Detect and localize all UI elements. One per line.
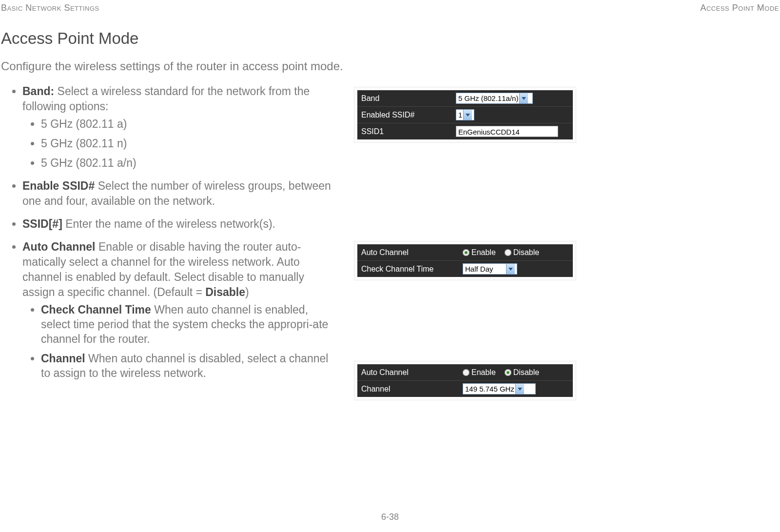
radio-enable-2[interactable]: Enable <box>463 248 496 257</box>
description-list: Band: Select a wireless standard for the… <box>12 84 333 389</box>
row-ssid1: SSID1 EnGeniusCCDD14 <box>357 123 573 139</box>
chevron-down-icon <box>463 110 472 120</box>
svg-marker-3 <box>518 388 522 391</box>
radio-enable-3-label: Enable <box>471 368 496 377</box>
label-enabled-ssid: Enabled SSID# <box>357 111 456 119</box>
radio-enable-3[interactable]: Enable <box>463 368 496 377</box>
radio-dot-icon <box>463 369 469 376</box>
bullet-check-channel-time: Check Channel Time When auto channel is … <box>41 303 333 347</box>
check-channel-time-value: Half Day <box>465 265 505 273</box>
label-channel: Channel <box>357 385 463 394</box>
bullet-ssid: SSID[#] Enter the name of the wireless n… <box>22 217 333 232</box>
svg-marker-0 <box>522 97 526 100</box>
settings-panel-3: Auto Channel Enable Disable Channel 149 … <box>354 361 576 400</box>
settings-panel-1: Band 5 GHz (802.11a/n) Enabled SSID# 1 <box>354 87 576 143</box>
bullet-enable-ssid: Enable SSID# Select the number of wirele… <box>22 178 333 209</box>
desc-ssid: Enter the name of the wireless network(s… <box>62 217 275 230</box>
band-option-2: 5 GHz (802.11 n) <box>41 137 333 151</box>
label-check-channel-time: Check Channel Time <box>357 265 463 274</box>
desc-auto-b: ) <box>245 286 249 298</box>
row-enabled-ssid: Enabled SSID# 1 <box>357 107 573 123</box>
header-left: Basic Network Settings <box>1 3 99 13</box>
term-channel: Channel <box>41 352 85 365</box>
chevron-down-icon <box>515 384 524 394</box>
channel-select[interactable]: 149 5.745 GHz <box>463 383 536 394</box>
term-check-channel: Check Channel Time <box>41 303 151 316</box>
radio-dot-icon <box>505 369 511 376</box>
label-auto-channel-2: Auto Channel <box>357 248 463 257</box>
term-band: Band: <box>22 85 54 98</box>
bullet-band: Band: Select a wireless standard for the… <box>22 84 333 171</box>
radio-enable-2-label: Enable <box>471 248 496 257</box>
page-title: Access Point Mode <box>1 29 138 48</box>
enabled-ssid-value: 1 <box>458 111 462 119</box>
row-check-channel-time: Check Channel Time Half Day <box>357 261 573 277</box>
radio-disable-3[interactable]: Disable <box>505 368 539 377</box>
term-auto-channel: Auto Channel <box>22 240 96 253</box>
radio-dot-icon <box>505 249 511 256</box>
row-band: Band 5 GHz (802.11a/n) <box>357 90 573 107</box>
radio-dot-icon <box>463 249 469 256</box>
term-ssid: SSID[#] <box>22 217 62 230</box>
svg-marker-2 <box>508 268 513 271</box>
svg-marker-1 <box>466 114 470 117</box>
term-enable-ssid: Enable SSID# <box>22 179 95 192</box>
desc-auto-default: Disable <box>205 286 245 298</box>
bullet-channel: Channel When auto channel is disabled, s… <box>41 352 333 381</box>
label-band: Band <box>357 94 456 103</box>
label-auto-channel-3: Auto Channel <box>357 368 463 377</box>
channel-select-value: 149 5.745 GHz <box>465 385 514 393</box>
chevron-down-icon <box>519 93 528 103</box>
band-option-1: 5 GHz (802.11 a) <box>41 117 333 132</box>
radio-disable-2[interactable]: Disable <box>505 248 539 257</box>
band-select-value: 5 GHz (802.11a/n) <box>458 94 518 102</box>
settings-panel-2: Auto Channel Enable Disable Check Channe… <box>354 241 576 280</box>
intro-text: Configure the wireless settings of the r… <box>1 59 343 73</box>
row-auto-channel-2: Auto Channel Enable Disable <box>357 244 573 261</box>
row-channel: Channel 149 5.745 GHz <box>357 381 573 397</box>
radio-disable-2-label: Disable <box>513 248 539 257</box>
page-number: 6-38 <box>0 512 780 522</box>
row-auto-channel-3: Auto Channel Enable Disable <box>357 364 573 381</box>
chevron-down-icon <box>506 264 515 274</box>
desc-band: Select a wireless standard for the netwo… <box>22 85 310 113</box>
label-ssid1: SSID1 <box>357 127 456 136</box>
ssid1-input[interactable]: EnGeniusCCDD14 <box>456 126 558 137</box>
enabled-ssid-select[interactable]: 1 <box>456 109 474 120</box>
check-channel-time-select[interactable]: Half Day <box>463 263 517 275</box>
band-option-3: 5 GHz (802.11 a/n) <box>41 156 333 171</box>
header-right: Access Point Mode <box>700 3 779 13</box>
bullet-auto-channel: Auto Channel Enable or disable having th… <box>22 239 333 381</box>
radio-disable-3-label: Disable <box>513 368 539 377</box>
band-select[interactable]: 5 GHz (802.11a/n) <box>456 93 533 104</box>
